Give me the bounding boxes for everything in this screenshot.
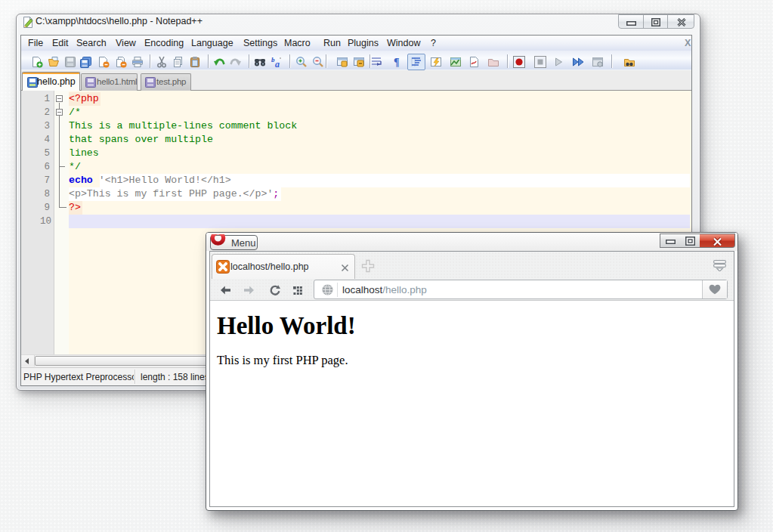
svg-text:¶: ¶ bbox=[394, 57, 400, 68]
svg-text:a: a bbox=[275, 59, 280, 68]
